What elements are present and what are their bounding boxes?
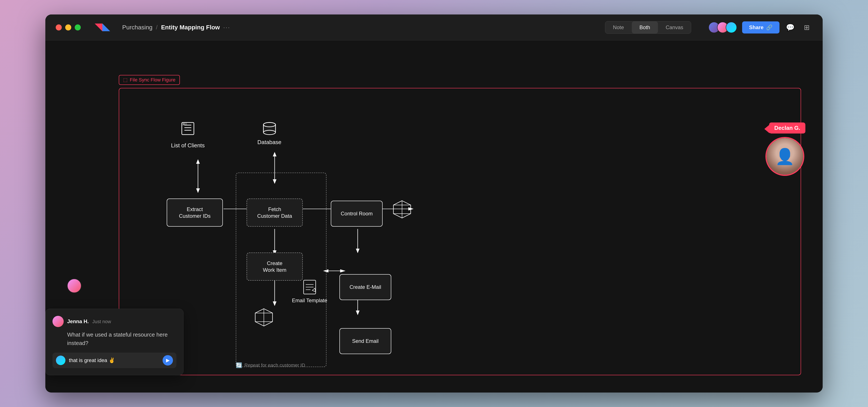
breadcrumb-parent[interactable]: Purchasing: [122, 24, 152, 31]
layout-button[interactable]: ⊞: [801, 22, 812, 33]
chat-input-avatar: [56, 356, 65, 365]
chat-send-button[interactable]: ▶: [163, 355, 173, 366]
share-button[interactable]: Share 🔗: [742, 21, 779, 33]
declan-name-badge: Declan G.: [769, 122, 805, 134]
chat-sender-avatar: [53, 316, 64, 327]
extract-customer-ids-label: ExtractCustomer IDs: [179, 206, 211, 219]
cube-icon-group: [253, 307, 275, 329]
chat-sender-info: Jenna H. Just now: [67, 318, 111, 324]
view-canvas-button[interactable]: Canvas: [658, 21, 691, 33]
database-node: Database: [257, 121, 281, 146]
declan-avatar: 👤: [766, 137, 804, 176]
svg-rect-20: [264, 125, 276, 133]
traffic-lights: [56, 24, 81, 30]
create-email-label: Create E-Mail: [349, 284, 381, 290]
breadcrumb-separator: /: [156, 24, 158, 31]
figure-label[interactable]: ⬚ File Sync Flow Figure: [119, 75, 180, 85]
fetch-customer-data-node: FetchCustomer Data: [247, 199, 303, 227]
collaborator-avatars: [708, 22, 737, 33]
flow-arrows: [119, 101, 801, 375]
view-note-button[interactable]: Note: [605, 21, 632, 33]
app-logo: [95, 24, 110, 31]
create-work-item-label: CreateWork Item: [263, 260, 286, 273]
breadcrumb-current: Entity Mapping Flow: [161, 24, 220, 31]
cube-icon-right: [391, 199, 413, 221]
send-email-box[interactable]: Send Email: [339, 328, 391, 354]
repeat-label-text: Repeat for each customer ID: [244, 362, 305, 368]
control-room-node: Control Room: [331, 201, 382, 227]
list-of-clients-node: X List of Clients: [171, 121, 205, 149]
send-email-label: Send Email: [352, 338, 379, 344]
view-both-button[interactable]: Both: [632, 21, 658, 33]
close-button[interactable]: [56, 24, 62, 30]
chat-input-row: ▶: [53, 353, 177, 368]
chat-panel: Jenna H. Just now What if we used a stat…: [45, 309, 184, 375]
app-window: Purchasing / Entity Mapping Flow ··· Not…: [45, 14, 823, 393]
create-email-box[interactable]: Create E-Mail: [339, 274, 391, 300]
chat-time: Just now: [92, 319, 111, 324]
control-room-box[interactable]: Control Room: [331, 201, 382, 227]
logo-right: [102, 24, 110, 31]
chat-message-header: Jenna H. Just now: [53, 316, 177, 327]
create-work-item-node: CreateWork Item: [247, 253, 303, 281]
flow-diagram: X List of Clients: [119, 101, 801, 375]
figure-label-text: File Sync Flow Figure: [130, 77, 176, 83]
floating-avatar: [67, 279, 82, 293]
avatar-3: [726, 22, 737, 33]
declan-cursor-icon: [764, 125, 770, 133]
fetch-customer-data-box[interactable]: FetchCustomer Data: [247, 199, 303, 227]
control-room-label: Control Room: [341, 210, 373, 217]
figure-label-icon: ⬚: [123, 77, 128, 83]
repeat-label: 🔄 Repeat for each customer ID: [236, 362, 305, 368]
extract-customer-ids-box[interactable]: ExtractCustomer IDs: [167, 199, 223, 227]
declan-tooltip: Declan G. 👤: [764, 122, 805, 176]
svg-text:X: X: [183, 123, 185, 125]
canvas-area[interactable]: ⬚ File Sync Flow Figure: [45, 40, 823, 393]
link-icon: 🔗: [766, 24, 773, 30]
chat-message-body: What if we used a stateful resource here…: [67, 330, 177, 347]
send-email-node: Send Email: [339, 328, 391, 354]
maximize-button[interactable]: [75, 24, 81, 30]
chat-sender-name: Jenna H.: [67, 318, 89, 324]
comment-button[interactable]: 💬: [785, 22, 796, 33]
extract-customer-ids-node: ExtractCustomer IDs: [167, 199, 223, 227]
right-actions: Share 🔗 💬 ⊞: [708, 21, 812, 33]
more-options-button[interactable]: ···: [223, 24, 230, 31]
figure-container: ⬚ File Sync Flow Figure: [119, 75, 801, 375]
create-work-item-box[interactable]: CreateWork Item: [247, 253, 303, 281]
database-label: Database: [257, 139, 281, 146]
fetch-customer-data-label: FetchCustomer Data: [257, 206, 292, 219]
create-email-node: Create E-Mail: [339, 274, 391, 300]
breadcrumb: Purchasing / Entity Mapping Flow ···: [122, 24, 230, 31]
list-of-clients-label: List of Clients: [171, 142, 205, 149]
email-template-label: Email Template: [292, 297, 327, 303]
titlebar: Purchasing / Entity Mapping Flow ··· Not…: [45, 14, 823, 40]
chat-input[interactable]: [69, 357, 159, 364]
figure-box: X List of Clients: [119, 88, 801, 375]
email-template-node: Email Template: [292, 279, 327, 303]
minimize-button[interactable]: [65, 24, 71, 30]
view-toggle: Note Both Canvas: [605, 21, 691, 34]
share-label: Share: [749, 24, 764, 30]
logo-left: [95, 24, 102, 31]
